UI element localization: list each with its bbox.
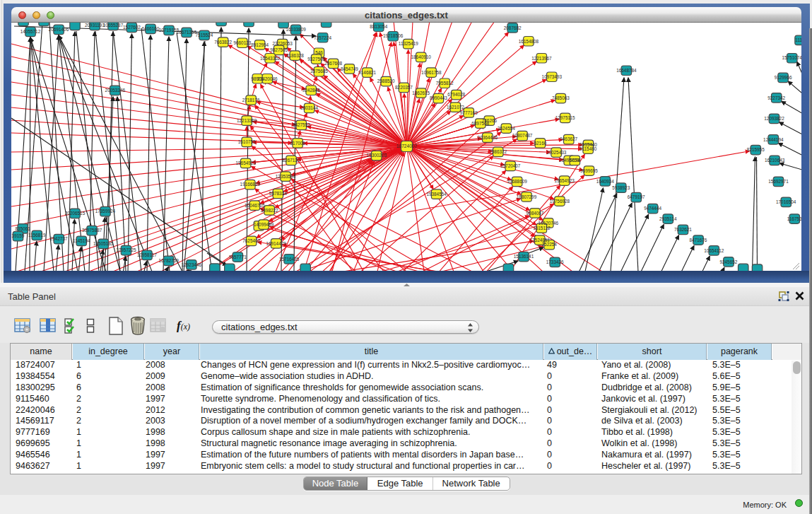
svg-text:6479197: 6479197: [628, 194, 645, 199]
svg-text:10961758: 10961758: [421, 70, 442, 75]
svg-text:2803144: 2803144: [300, 105, 318, 110]
svg-text:817006: 817006: [290, 141, 306, 146]
svg-text:12505185: 12505185: [93, 241, 114, 246]
svg-text:14099489: 14099489: [254, 222, 274, 227]
svg-text:16648784: 16648784: [616, 68, 637, 73]
svg-text:15716485: 15716485: [279, 257, 300, 262]
svg-text:12213369: 12213369: [237, 118, 257, 123]
svg-text:16154808: 16154808: [519, 39, 539, 44]
svg-text:9463627: 9463627: [560, 136, 577, 141]
svg-text:5938923: 5938923: [612, 185, 630, 190]
svg-text:10688609: 10688609: [507, 179, 527, 184]
svg-text:9777169: 9777169: [460, 110, 478, 115]
svg-text:8912954: 8912954: [251, 42, 269, 47]
svg-text:5878334: 5878334: [269, 191, 287, 196]
svg-text:23226053: 23226053: [272, 41, 293, 46]
svg-text:30975887: 30975887: [82, 228, 102, 233]
svg-text:8220357: 8220357: [395, 85, 413, 90]
svg-text:6466160: 6466160: [142, 26, 160, 31]
svg-text:20053346: 20053346: [105, 88, 126, 93]
svg-text:1621072: 1621072: [447, 105, 464, 110]
svg-text:8471676: 8471676: [690, 238, 707, 243]
svg-text:9242848: 9242848: [302, 88, 320, 93]
svg-text:20931193: 20931193: [85, 23, 105, 28]
svg-text:15692971: 15692971: [768, 179, 789, 184]
svg-text:16671355: 16671355: [177, 30, 197, 35]
svg-text:20206515: 20206515: [65, 211, 86, 216]
svg-text:15300203: 15300203: [367, 153, 387, 158]
svg-text:39159: 39159: [12, 233, 25, 238]
svg-text:16782759: 16782759: [158, 258, 179, 263]
svg-text:7625402: 7625402: [242, 238, 260, 243]
svg-text:11325419: 11325419: [399, 41, 418, 46]
svg-text:7986372: 7986372: [489, 149, 507, 154]
svg-text:15136141: 15136141: [514, 254, 534, 259]
svg-text:12213967: 12213967: [531, 56, 552, 61]
svg-text:10973493: 10973493: [542, 74, 563, 79]
svg-text:1362615: 1362615: [412, 90, 430, 95]
svg-text:116753: 116753: [787, 216, 801, 221]
svg-text:3375685: 3375685: [310, 69, 328, 74]
svg-text:16210643: 16210643: [765, 158, 785, 163]
svg-text:9084067: 9084067: [526, 211, 544, 216]
svg-text:252254: 252254: [542, 242, 558, 247]
svg-text:19756928: 19756928: [550, 199, 570, 204]
svg-text:1733426: 1733426: [546, 259, 564, 264]
svg-text:1527602: 1527602: [123, 25, 141, 30]
svg-text:8267130: 8267130: [283, 158, 300, 163]
svg-text:9699695: 9699695: [580, 168, 598, 173]
svg-text:9227342: 9227342: [767, 95, 785, 100]
svg-text:8186328: 8186328: [286, 53, 304, 58]
svg-text:6794028: 6794028: [447, 92, 465, 97]
svg-text:20691406: 20691406: [49, 27, 69, 32]
svg-text:12093822: 12093822: [764, 116, 784, 121]
svg-text:9327508: 9327508: [307, 57, 325, 62]
svg-text:2588520: 2588520: [377, 78, 395, 83]
svg-text:9129966: 9129966: [775, 75, 792, 80]
svg-text:9827505: 9827505: [270, 47, 288, 52]
svg-text:1145194: 1145194: [73, 238, 90, 243]
svg-text:7357224: 7357224: [314, 35, 331, 40]
svg-text:1112: 1112: [795, 37, 801, 42]
svg-text:9245652: 9245652: [719, 259, 737, 264]
svg-text:9115460: 9115460: [579, 146, 597, 151]
svg-text:16543362: 16543362: [260, 56, 281, 61]
svg-text:10807487: 10807487: [512, 133, 533, 138]
svg-text:12353594: 12353594: [276, 174, 296, 179]
svg-text:15720407: 15720407: [500, 163, 521, 168]
svg-text:835061: 835061: [16, 226, 31, 231]
svg-text:8215955: 8215955: [747, 147, 765, 152]
svg-text:9660123: 9660123: [233, 40, 251, 45]
svg-text:18724007: 18724007: [396, 144, 418, 148]
svg-text:7515524: 7515524: [196, 33, 213, 37]
svg-text:19654923: 19654923: [235, 160, 256, 165]
svg-text:10958117: 10958117: [137, 252, 157, 257]
svg-text:19166829: 19166829: [240, 182, 261, 187]
svg-text:10654112: 10654112: [704, 248, 724, 253]
svg-text:12923446: 12923446: [182, 262, 202, 267]
svg-text:3624554: 3624554: [498, 126, 515, 131]
svg-text:62160: 62160: [534, 141, 547, 146]
svg-text:23420046: 23420046: [257, 76, 278, 81]
svg-text:10025433: 10025433: [546, 150, 567, 155]
svg-text:1610755: 1610755: [238, 139, 256, 144]
svg-text:2718176: 2718176: [242, 98, 260, 103]
svg-text:19384554: 19384554: [426, 192, 447, 197]
svg-text:16914479: 16914479: [266, 241, 286, 246]
svg-text:9146821: 9146821: [358, 70, 376, 75]
svg-text:12444194: 12444194: [763, 137, 784, 142]
svg-text:14055712: 14055712: [20, 29, 41, 34]
svg-text:9657771: 9657771: [229, 255, 247, 259]
svg-text:20364436: 20364436: [478, 135, 498, 140]
svg-text:18640910: 18640910: [411, 54, 431, 59]
svg-text:12975115: 12975115: [555, 115, 575, 120]
svg-text:2942737: 2942737: [50, 236, 68, 241]
svg-text:5498222: 5498222: [261, 208, 278, 213]
svg-text:10120746: 10120746: [539, 221, 559, 226]
svg-text:6897568: 6897568: [471, 121, 489, 126]
svg-text:8427552: 8427552: [293, 122, 310, 127]
svg-text:8454749: 8454749: [341, 66, 358, 71]
svg-text:8990443: 8990443: [430, 95, 447, 100]
svg-text:17359924: 17359924: [95, 209, 116, 214]
svg-text:7955812: 7955812: [436, 81, 454, 86]
